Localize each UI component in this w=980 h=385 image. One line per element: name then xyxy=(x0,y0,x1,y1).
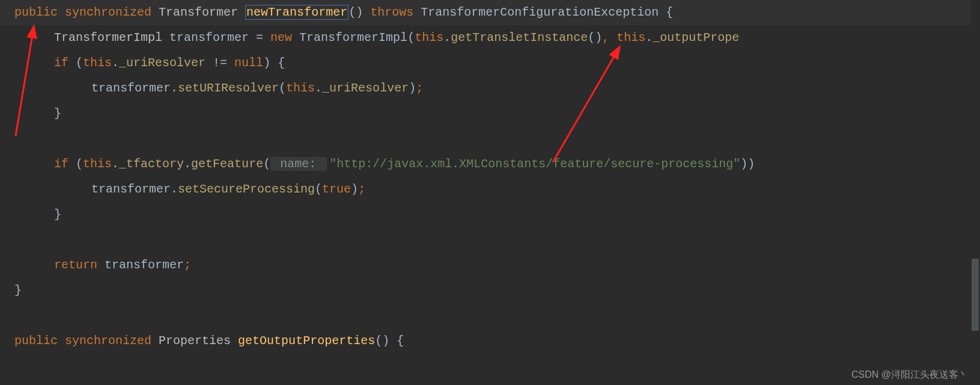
brace-open: { xyxy=(659,5,673,19)
dot: . xyxy=(112,56,119,70)
identifier: transformer. xyxy=(91,182,178,196)
brace-close: } xyxy=(54,208,61,221)
semicolon: ; xyxy=(358,182,365,196)
code-line[interactable]: public synchronized Transformer newTrans… xyxy=(0,0,980,25)
keyword-synchronized: synchronized xyxy=(65,5,151,19)
identifier: transformer. xyxy=(91,81,178,95)
paren-close: )) xyxy=(740,157,755,171)
code-line-blank[interactable] xyxy=(0,303,980,328)
paren-brace: ) { xyxy=(263,56,285,70)
dot: . xyxy=(443,31,451,45)
code-line[interactable]: } xyxy=(0,101,980,126)
identifier: transformer = xyxy=(162,31,270,45)
code-line[interactable]: transformer.setURIResolver(this._uriReso… xyxy=(0,76,980,101)
paren-open: ( xyxy=(263,157,270,171)
return-type: Transformer xyxy=(159,5,245,19)
code-editor[interactable]: public synchronized Transformer newTrans… xyxy=(0,0,980,385)
constructor: TransformerImpl xyxy=(299,31,407,45)
paren-open: ( xyxy=(407,31,415,45)
parens-brace: () { xyxy=(375,334,404,348)
code-line-blank[interactable] xyxy=(0,126,980,152)
code-line[interactable]: if (this._uriResolver != null) { xyxy=(0,51,980,76)
dot: . xyxy=(315,81,322,95)
identifier: transformer xyxy=(97,258,184,272)
parameter-hint: name: xyxy=(270,157,327,171)
paren-open: ( xyxy=(76,157,83,171)
dot: . xyxy=(184,157,191,171)
brace-close: } xyxy=(14,283,22,297)
field-ref: _tfactory xyxy=(119,157,184,171)
code-line[interactable]: public synchronized Properties getOutput… xyxy=(0,328,980,354)
keyword-null: null xyxy=(234,56,263,70)
operator: != xyxy=(205,56,234,70)
dot: . xyxy=(112,157,119,171)
keyword-this: this xyxy=(616,31,645,45)
paren-close: ) xyxy=(409,81,416,95)
keyword-return: return xyxy=(54,258,97,272)
space xyxy=(292,31,299,45)
exception-type: TransformerConfigurationException xyxy=(421,5,659,19)
string-literal: "http://javax.xml.XMLConstants/feature/s… xyxy=(329,157,740,171)
field-ref: _outputPrope xyxy=(653,31,739,45)
code-line[interactable]: if (this._tfactory.getFeature( name: "ht… xyxy=(0,152,980,177)
parens: () xyxy=(588,31,602,45)
field-ref: _uriResolver xyxy=(119,56,205,70)
paren-open: ( xyxy=(76,56,83,70)
method-call: getFeature xyxy=(191,157,263,171)
paren-open: ( xyxy=(279,81,286,95)
comma: , xyxy=(602,31,616,45)
method-name: getOutputProperties xyxy=(238,334,375,348)
code-line[interactable]: } xyxy=(0,278,980,303)
keyword-this: this xyxy=(286,81,315,95)
semicolon: ; xyxy=(416,81,423,95)
code-line[interactable]: transformer.setSecureProcessing(true); xyxy=(0,177,980,202)
parens: () xyxy=(348,5,363,19)
keyword-if: if xyxy=(54,157,76,171)
keyword-throws: throws xyxy=(370,5,413,19)
keyword-if: if xyxy=(54,56,76,70)
keyword-synchronized: synchronized xyxy=(65,334,151,348)
keyword-this: this xyxy=(415,31,443,45)
code-line-blank[interactable] xyxy=(0,227,980,253)
return-type: Properties xyxy=(159,334,238,348)
scrollbar-thumb[interactable] xyxy=(972,259,979,331)
semicolon: ; xyxy=(184,258,191,272)
keyword-new: new xyxy=(270,31,292,45)
code-line[interactable]: } xyxy=(0,202,980,227)
paren-open: ( xyxy=(315,182,322,196)
brace-close: } xyxy=(54,106,61,120)
keyword-true: true xyxy=(322,182,351,196)
code-line[interactable]: TransformerImpl transformer = new Transf… xyxy=(0,25,980,51)
keyword-public: public xyxy=(14,5,58,19)
vertical-scrollbar[interactable] xyxy=(970,0,980,385)
keyword-this: this xyxy=(83,157,112,171)
type: TransformerImpl xyxy=(54,31,162,45)
method-name-highlighted[interactable]: newTransformer xyxy=(245,5,348,20)
method-call: setURIResolver xyxy=(178,81,279,95)
code-line[interactable]: return transformer; xyxy=(0,253,980,278)
keyword-this: this xyxy=(83,56,112,70)
paren-close: ) xyxy=(351,182,358,196)
keyword-public: public xyxy=(14,334,58,348)
method-call: setSecureProcessing xyxy=(178,182,315,196)
field-ref: _uriResolver xyxy=(322,81,409,95)
method-call: getTransletInstance xyxy=(451,31,588,45)
watermark-text: CSDN @浔阳江头夜送客丶 xyxy=(851,369,968,381)
dot: . xyxy=(645,31,653,45)
